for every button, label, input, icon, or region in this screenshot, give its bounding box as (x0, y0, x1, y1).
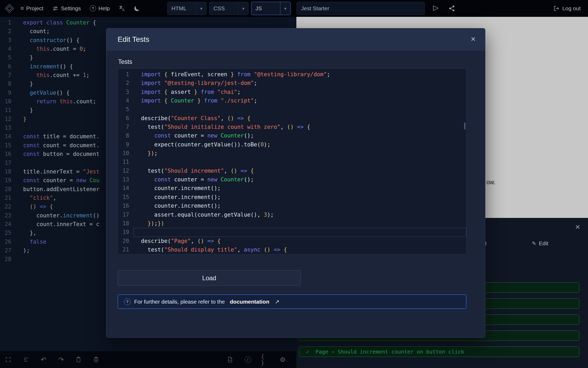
line-number: 5 (118, 105, 134, 114)
modal-title: Edit Tests (118, 35, 149, 44)
code-line: 7 test("Should initialize count with zer… (118, 123, 466, 131)
close-icon[interactable]: × (471, 35, 476, 43)
code-line: 8 const counter = new Counter(); (118, 131, 466, 140)
line-number: 13 (118, 175, 134, 184)
load-button[interactable]: Load (118, 270, 301, 286)
code-line: 13 const counter = new Counter(); (118, 175, 466, 184)
line-number: 18 (118, 219, 134, 228)
modal-header: Edit Tests × (106, 28, 485, 50)
banner-text: For further details, please refer to the (134, 299, 225, 305)
code-line: 15 counter.increment(); (118, 193, 466, 202)
line-number: 6 (118, 114, 134, 123)
line-number: 12 (118, 167, 134, 175)
code-line: 5 (118, 105, 466, 114)
line-number: 15 (118, 193, 134, 202)
line-number: 19 (118, 228, 134, 237)
line-number: 11 (118, 158, 134, 166)
code-line: 21 test("Should display title", async ()… (118, 246, 466, 254)
line-number: 3 (118, 88, 134, 96)
line-number: 20 (118, 237, 134, 246)
code-line: 10 }); (118, 149, 466, 158)
code-line: 14 counter.increment(); (118, 184, 466, 193)
line-number: 16 (118, 202, 134, 210)
edit-tests-modal: Edit Tests × Tests 1import { fireEvent, … (106, 28, 485, 338)
line-number: 4 (118, 96, 134, 105)
app-window: ≡ Project Settings ? Help (0, 0, 588, 368)
line-number: 17 (118, 211, 134, 219)
code-line: 3import { assert } from "chai"; (118, 88, 466, 96)
code-line: 11 (118, 158, 466, 166)
code-line: 20describe("Page", () => { (118, 237, 466, 246)
documentation-banner: ? For further details, please refer to t… (118, 294, 466, 309)
code-line: 12 test("Should increment", () => { (118, 167, 466, 175)
line-number: 2 (118, 79, 134, 88)
load-button-label: Load (202, 274, 216, 282)
code-line: 2import "@testing-library/jest-dom"; (118, 79, 466, 88)
documentation-link[interactable]: documentation (230, 299, 270, 305)
tests-code-content: 1import { fireEvent, screen } from "@tes… (118, 70, 466, 254)
code-line: 18 });}) (118, 219, 466, 228)
code-line: 16 counter.increment(); (118, 202, 466, 210)
tests-label: Tests (118, 58, 132, 65)
line-number: 7 (118, 123, 134, 131)
help-circle-icon: ? (124, 298, 131, 305)
line-number: 9 (118, 140, 134, 149)
code-line: 17 assert.equal(counter.getValue(), 3); (118, 211, 466, 219)
line-number: 21 (118, 246, 134, 254)
line-number: 14 (118, 184, 134, 193)
line-number: 8 (118, 131, 134, 140)
line-number: 10 (118, 149, 134, 158)
external-link-icon: ↗ (275, 299, 280, 305)
code-line: 1import { fireEvent, screen } from "@tes… (118, 70, 466, 79)
line-number: 1 (118, 70, 134, 79)
code-line: 9 expect(counter.getValue()).toBe(0); (118, 140, 466, 149)
code-line: 19 (118, 228, 466, 237)
code-line: 6describe("Counter Class", () => { (118, 114, 466, 123)
tests-code-editor[interactable]: 1import { fireEvent, screen } from "@tes… (118, 68, 466, 254)
code-line: 4import { Counter } from "./script"; (118, 96, 466, 105)
scrollbar-thumb[interactable] (464, 122, 465, 129)
